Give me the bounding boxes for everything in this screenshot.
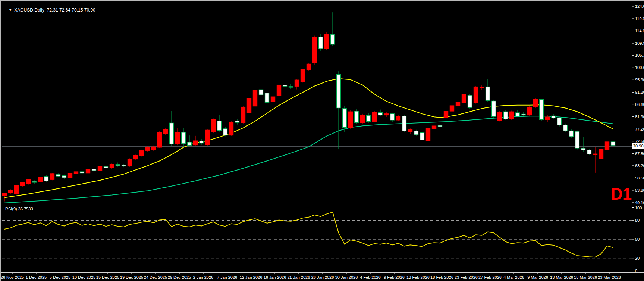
price-axis-label: 109.90 bbox=[635, 41, 644, 46]
date-axis-label: 18 Mar 2026 bbox=[574, 275, 597, 280]
price-axis-label: 53.80 bbox=[635, 188, 644, 193]
date-axis-label: 9 Feb 2026 bbox=[384, 275, 405, 280]
price-axis-label: 49.10 bbox=[635, 200, 644, 205]
date-axis-label: 26 Nov 2025 bbox=[1, 275, 24, 280]
rsi-axis-label: 20 bbox=[635, 256, 640, 260]
price-axis-label: 67.80 bbox=[635, 152, 644, 156]
chart-title-ohlc: 72.31 72.64 70.15 70.90 bbox=[47, 7, 95, 13]
date-axis-label: 15 Dec 2025 bbox=[96, 275, 119, 280]
date-axis-label: 9 Mar 2026 bbox=[527, 275, 548, 280]
date-axis-label: 4 Feb 2026 bbox=[360, 275, 381, 280]
date-axis-label: 5 Dec 2025 bbox=[50, 275, 70, 280]
rsi-axis-label: 50 bbox=[635, 237, 640, 241]
rsi-axis-label: 0 bbox=[635, 269, 637, 273]
price-axis-label: 100.60 bbox=[635, 65, 644, 70]
chart-title: ▼XAGUSD,Daily 72.31 72.64 70.15 70.90 bbox=[4, 2, 95, 18]
rsi-indicator-label: RSI(9) 36.7533 bbox=[5, 207, 33, 211]
date-axis-label: 27 Feb 2026 bbox=[478, 275, 502, 280]
date-axis-label: 13 Feb 2026 bbox=[406, 275, 430, 280]
rsi-axis-label: 80 bbox=[635, 218, 640, 222]
price-axis-label: 114.60 bbox=[635, 29, 644, 33]
date-axis-label: 13 Mar 2026 bbox=[550, 275, 573, 280]
price-axis-label: 58.50 bbox=[635, 176, 644, 180]
timeframe-watermark: D1 bbox=[611, 186, 632, 202]
price-axis-label: 72.50 bbox=[635, 139, 644, 144]
date-axis-label: 12 Jan 2026 bbox=[240, 275, 263, 280]
price-axis-label: 119.30 bbox=[635, 16, 644, 21]
chart-window: 124.00119.30114.60109.90105.30100.6095.9… bbox=[0, 0, 644, 281]
symbol-dropdown-icon[interactable]: ▼ bbox=[9, 8, 12, 12]
date-axis-label: 21 Jan 2026 bbox=[288, 275, 310, 280]
date-axis-label: 26 Jan 2026 bbox=[311, 275, 334, 280]
price-axis-label: 63.20 bbox=[635, 163, 644, 168]
date-axis-label: 4 Mar 2026 bbox=[503, 275, 524, 280]
chart-title-symbol: XAGUSD,Daily bbox=[14, 7, 44, 13]
price-axis-label: 124.00 bbox=[635, 4, 644, 9]
date-axis-label: 24 Dec 2025 bbox=[144, 275, 167, 280]
current-price-tag: 70.90 bbox=[632, 143, 644, 149]
date-axis-label: 7 Jan 2026 bbox=[217, 275, 237, 280]
price-axis-label: 95.90 bbox=[635, 78, 644, 82]
date-axis-label: 23 Feb 2026 bbox=[455, 275, 478, 280]
date-axis-label: 30 Jan 2026 bbox=[335, 275, 358, 280]
date-axis-label: 10 Dec 2025 bbox=[72, 275, 95, 280]
chart-canvas[interactable]: 124.00119.30114.60109.90105.30100.6095.9… bbox=[1, 1, 644, 281]
date-axis-label: 19 Dec 2025 bbox=[120, 275, 143, 280]
date-axis-label: 29 Dec 2025 bbox=[168, 275, 191, 280]
rsi-axis-label: 100 bbox=[635, 206, 642, 210]
date-axis-label: 23 Mar 2026 bbox=[598, 275, 621, 280]
price-axis-label: 81.90 bbox=[635, 115, 644, 119]
date-axis-label: 18 Feb 2026 bbox=[430, 275, 453, 280]
date-axis-label: 2 Jan 2026 bbox=[193, 275, 213, 280]
price-axis-label: 105.30 bbox=[635, 53, 644, 57]
date-axis-label: 16 Jan 2026 bbox=[264, 275, 286, 280]
date-axis-label: 1 Dec 2025 bbox=[26, 275, 47, 280]
price-axis-label: 77.20 bbox=[635, 127, 644, 131]
price-axis-label: 91.20 bbox=[635, 90, 644, 94]
price-axis-label: 86.60 bbox=[635, 102, 644, 107]
